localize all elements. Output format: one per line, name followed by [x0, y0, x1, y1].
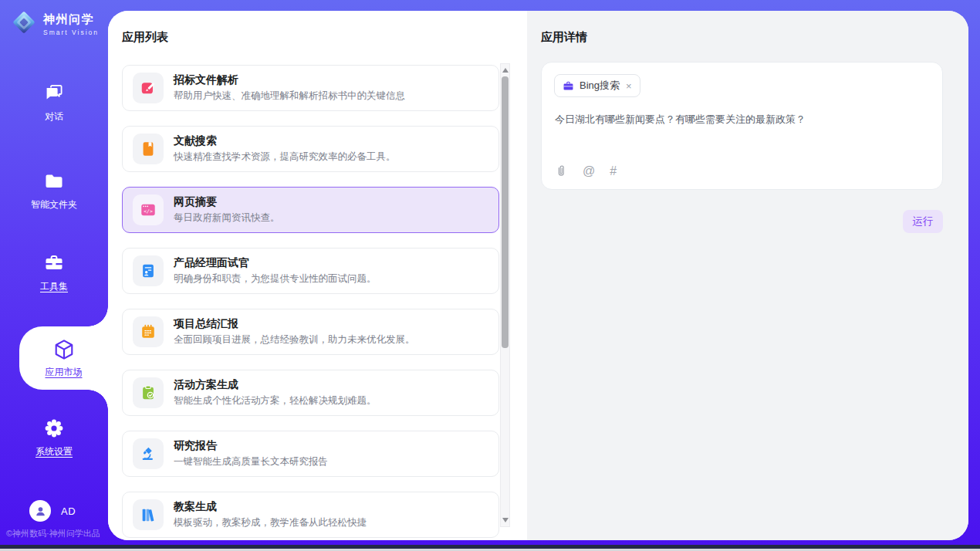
app-card-description: 帮助用户快速、准确地理解和解析招标书中的关键信息 — [174, 90, 405, 103]
tender-parse-icon — [133, 73, 164, 103]
sidebar-item-系统设置[interactable]: 系统设置 — [0, 417, 108, 458]
svg-text:</>: </> — [144, 208, 153, 215]
briefcase-icon — [563, 80, 574, 92]
app-list-scrollbar[interactable] — [500, 63, 510, 527]
person-icon — [34, 505, 47, 518]
app-detail-title: 应用详情 — [541, 30, 587, 45]
brand-name: 神州问学 — [43, 12, 99, 27]
user-label: AD — [61, 505, 76, 517]
main-container: 应用列表 招标文件解析帮助用户快速、准确地理解和解析招标书中的关键信息文献搜索快… — [108, 11, 968, 540]
scrollbar-thumb[interactable] — [502, 76, 509, 348]
sidebar-item-label: 系统设置 — [35, 445, 73, 458]
app-card-title: 文献搜索 — [174, 134, 396, 147]
app-card-description: 智能生成个性化活动方案，轻松解决规划难题。 — [174, 394, 377, 407]
app-card-教案生成[interactable]: 教案生成模板驱动，教案秒成，教学准备从此轻松快捷 — [122, 492, 499, 538]
app-card-研究报告[interactable]: 研究报告一键智能生成高质量长文本研究报告 — [122, 431, 499, 477]
brand-subtitle: Smart Vision — [43, 29, 99, 36]
tool-tag-bing-search[interactable]: Bing搜索 × — [554, 74, 640, 97]
app-card-title: 产品经理面试官 — [174, 256, 377, 269]
webpage-summary-icon: </> — [133, 194, 164, 225]
mention-icon[interactable]: @ — [583, 165, 595, 177]
app-list-title: 应用列表 — [122, 30, 168, 45]
app-card-title: 教案生成 — [174, 500, 367, 513]
folder-icon — [43, 170, 65, 193]
app-card-title: 网页摘要 — [174, 195, 280, 208]
sidebar-item-应用市场[interactable]: 应用市场 — [19, 326, 108, 390]
avatar — [29, 500, 51, 522]
copyright-text: ©神州数码·神州问学出品 — [6, 528, 100, 539]
sidebar-item-label: 对话 — [45, 110, 63, 123]
scroll-down-arrow-icon[interactable] — [502, 518, 509, 522]
app-card-description: 快速精准查找学术资源，提高研究效率的必备工具。 — [174, 150, 396, 164]
cube-icon — [52, 338, 76, 361]
hash-icon[interactable]: # — [610, 165, 617, 177]
sidebar-item-对话[interactable]: 对话 — [0, 82, 108, 123]
interviewer-icon — [133, 255, 164, 286]
paperclip-icon[interactable] — [555, 164, 568, 177]
app-card-招标文件解析[interactable]: 招标文件解析帮助用户快速、准确地理解和解析招标书中的关键信息 — [122, 65, 499, 111]
tool-tag-label: Bing搜索 — [580, 79, 620, 93]
app-card-title: 项目总结汇报 — [174, 317, 415, 330]
page-background: { "brand": { "name": "神州问学", "subtitle":… — [0, 0, 980, 551]
app-card-title: 研究报告 — [174, 439, 328, 452]
app-card-文献搜索[interactable]: 文献搜索快速精准查找学术资源，提高研究效率的必备工具。 — [122, 126, 499, 172]
sidebar-item-工具集[interactable]: 工具集 — [0, 252, 108, 293]
sidebar-item-label: 工具集 — [40, 280, 68, 293]
app-detail-panel: 应用详情 Bing搜索 × 今日湖北有哪些新闻要点？有哪些需要关注的最新政策？ … — [527, 11, 968, 540]
research-report-icon — [133, 438, 164, 469]
app-card-title: 活动方案生成 — [174, 378, 377, 391]
app-card-description: 每日政府新闻资讯快查。 — [174, 211, 280, 225]
app-card-description: 全面回顾项目进展，总结经验教训，助力未来优化发展。 — [174, 333, 415, 346]
app-card-产品经理面试官[interactable]: 产品经理面试官明确身份和职责，为您提供专业性的面试问题。 — [122, 248, 499, 294]
brand-logo: 神州问学 Smart Vision — [10, 8, 99, 39]
app-card-description: 一键智能生成高质量长文本研究报告 — [174, 455, 328, 468]
app-card-项目总结汇报[interactable]: 项目总结汇报全面回顾项目进展，总结经验教训，助力未来优化发展。 — [122, 309, 499, 355]
run-button[interactable]: 运行 — [903, 210, 943, 233]
sidebar-item-label: 智能文件夹 — [31, 198, 77, 211]
app-card-description: 模板驱动，教案秒成，教学准备从此轻松快捷 — [174, 516, 367, 529]
scroll-up-arrow-icon[interactable] — [502, 68, 509, 73]
prompt-text[interactable]: 今日湖北有哪些新闻要点？有哪些需要关注的最新政策？ — [555, 112, 930, 127]
app-card-活动方案生成[interactable]: 活动方案生成智能生成个性化活动方案，轻松解决规划难题。 — [122, 370, 499, 416]
activity-plan-icon — [133, 377, 164, 408]
app-card-description: 明确身份和职责，为您提供专业性的面试问题。 — [174, 272, 377, 286]
sidebar-item-智能文件夹[interactable]: 智能文件夹 — [0, 170, 108, 211]
brand-diamond-icon — [10, 8, 38, 39]
close-icon[interactable]: × — [626, 80, 632, 92]
app-card-list: 招标文件解析帮助用户快速、准确地理解和解析招标书中的关键信息文献搜索快速精准查找… — [122, 65, 499, 538]
sidebar: 神州问学 Smart Vision 对话智能文件夹工具集应用市场系统设置 AD … — [0, 0, 108, 551]
app-card-网页摘要[interactable]: </>网页摘要每日政府新闻资讯快查。 — [122, 187, 499, 233]
prompt-composer-card: Bing搜索 × 今日湖北有哪些新闻要点？有哪些需要关注的最新政策？ @# — [541, 62, 943, 190]
composer-toolbar: @# — [555, 164, 617, 177]
app-list-panel: 应用列表 招标文件解析帮助用户快速、准确地理解和解析招标书中的关键信息文献搜索快… — [108, 11, 527, 540]
lesson-plan-icon — [133, 499, 164, 530]
project-summary-icon — [133, 316, 164, 347]
user-account[interactable]: AD — [29, 500, 76, 522]
toolbox-icon — [43, 252, 65, 275]
sidebar-item-label: 应用市场 — [46, 366, 83, 379]
gear-icon — [43, 417, 65, 440]
literature-search-icon — [133, 134, 164, 164]
app-card-title: 招标文件解析 — [174, 73, 405, 86]
chat-icon — [43, 82, 65, 105]
